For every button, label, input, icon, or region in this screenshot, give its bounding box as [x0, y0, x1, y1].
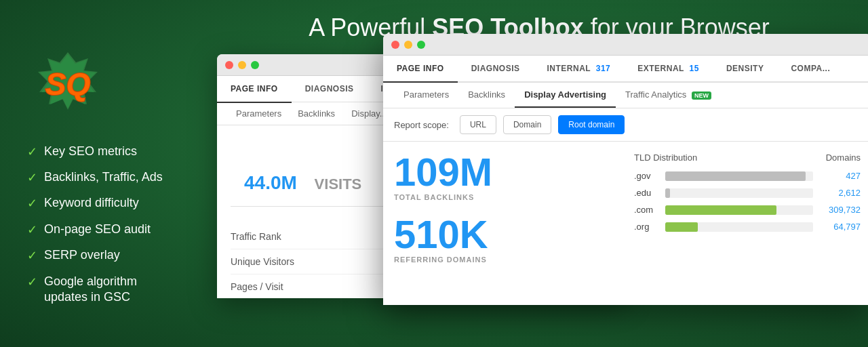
report-scope-label: Report scope:	[394, 120, 449, 130]
tld-name-com: .com	[634, 205, 658, 215]
total-backlinks-label: TOTAL BACKLINKS	[394, 193, 620, 201]
subtab-traffic-analytics[interactable]: Traffic Analytics NEW	[616, 83, 721, 108]
front-tab-page-info[interactable]: PAGE INFO	[383, 56, 458, 83]
left-stats: 109M TOTAL BACKLINKS 510K REFERRING DOMA…	[394, 152, 620, 305]
new-badge: NEW	[692, 91, 711, 100]
tld-row-org: .org 64,797	[634, 222, 861, 232]
check-icon: ✓	[27, 144, 37, 160]
front-tl-red	[391, 41, 399, 49]
front-tab-bar: PAGE INFO DIAGNOSIS INTERNAL 317 EXTERNA…	[383, 56, 868, 83]
tld-bar-container-gov	[665, 171, 813, 181]
tld-name-edu: .edu	[634, 188, 658, 198]
features-list: ✓ Key SEO metrics ✓ Backlinks, Traffic, …	[27, 144, 163, 306]
feature-item: ✓ On-page SEO audit	[27, 222, 163, 238]
windows-area: A Powerful SEO Toolbox for your Browser …	[210, 0, 868, 347]
left-panel: SQ ✓ Key SEO metrics ✓ Backlinks, Traffi…	[27, 42, 237, 306]
front-tab-compa[interactable]: COMPA...	[777, 56, 844, 83]
background: SQ ✓ Key SEO metrics ✓ Backlinks, Traffi…	[0, 0, 868, 347]
front-tab-internal[interactable]: INTERNAL 317	[533, 56, 624, 83]
traffic-light-green	[251, 61, 259, 69]
front-tl-yellow	[404, 41, 412, 49]
logo-container: SQ	[27, 49, 108, 123]
subtab-backlinks[interactable]: Backlinks	[458, 83, 515, 108]
feature-text: Key SEO metrics	[44, 144, 137, 159]
feature-item: ✓ Google algorithmupdates in GSC	[27, 274, 163, 306]
tld-bar-edu	[665, 188, 670, 198]
back-tab-diagnosis[interactable]: DIAGNOSIS	[292, 76, 368, 103]
sq-logo: SQ	[27, 49, 108, 123]
feature-item: ✓ Backlinks, Traffic, Ads	[27, 169, 163, 186]
referring-domains-number: 510K	[394, 215, 620, 254]
traffic-light-red	[225, 61, 233, 69]
tld-row-gov: .gov 427	[634, 171, 861, 181]
tld-bar-container-org	[665, 222, 813, 232]
back-tab-page-info[interactable]: PAGE INFO	[217, 76, 292, 103]
tld-header-value: Domains	[826, 152, 861, 163]
subtab-traffic-label: Traffic Analytics	[625, 89, 686, 100]
front-tl-green	[417, 41, 425, 49]
feature-item: ✓ Key SEO metrics	[27, 144, 163, 160]
tld-row-edu: .edu 2,612	[634, 188, 861, 198]
tld-count-gov: 427	[820, 171, 861, 181]
tld-distribution: TLD Distribution Domains .gov 427 .edu	[634, 152, 861, 305]
tld-count-com: 309,732	[820, 205, 861, 215]
front-tab-diagnosis[interactable]: DIAGNOSIS	[458, 56, 534, 83]
front-titlebar	[383, 34, 868, 56]
tld-header-label: TLD Distribution	[634, 152, 697, 163]
scope-domain-btn[interactable]: Domain	[503, 115, 551, 134]
front-tab-external[interactable]: EXTERNAL 15	[624, 56, 713, 83]
feature-text: Backlinks, Traffic, Ads	[44, 169, 163, 185]
feature-text: Google algorithmupdates in GSC	[44, 274, 137, 306]
tld-name-org: .org	[634, 222, 658, 232]
back-subtab-backlinks[interactable]: Backlinks	[290, 102, 343, 125]
front-tab-density[interactable]: DENSITY	[713, 56, 778, 83]
front-sub-tab-bar: Parameters Backlinks Display Advertising…	[383, 83, 868, 108]
tld-bar-gov	[665, 171, 806, 181]
check-icon: ✓	[27, 274, 37, 290]
check-icon: ✓	[27, 248, 37, 264]
tld-count-edu: 2,612	[820, 188, 861, 198]
back-visits-value: 44.0M	[244, 172, 297, 193]
subtab-display-advertising[interactable]: Display Advertising	[515, 83, 616, 108]
logo-svg: SQ	[27, 49, 108, 123]
feature-item: ✓ Keyword difficulty	[27, 195, 163, 211]
tld-row-com: .com 309,732	[634, 205, 861, 215]
back-visits-suffix: VISITS	[315, 176, 362, 192]
check-icon: ✓	[27, 222, 37, 238]
check-icon: ✓	[27, 170, 37, 186]
subtab-parameters[interactable]: Parameters	[394, 83, 458, 108]
referring-domains-label: REFERRING DOMAINS	[394, 256, 620, 264]
tld-bar-container-edu	[665, 188, 813, 198]
external-badge: 15	[690, 64, 699, 73]
feature-text: SERP overlay	[44, 247, 120, 263]
svg-text:SQ: SQ	[45, 66, 91, 102]
feature-item: ✓ SERP overlay	[27, 247, 163, 264]
front-content-area: 109M TOTAL BACKLINKS 510K REFERRING DOMA…	[383, 142, 868, 305]
tld-header: TLD Distribution Domains	[634, 152, 861, 163]
tld-count-org: 64,797	[820, 222, 861, 232]
tld-bar-com	[665, 205, 776, 215]
back-subtab-params[interactable]: Parameters	[228, 102, 290, 125]
traffic-light-yellow	[238, 61, 246, 69]
feature-text: On-page SEO audit	[44, 222, 151, 237]
scope-root-domain-btn[interactable]: Root domain	[558, 115, 625, 134]
tld-bar-container-com	[665, 205, 813, 215]
internal-badge: 317	[596, 64, 611, 73]
total-backlinks-number: 109M	[394, 152, 620, 192]
scope-url-btn[interactable]: URL	[460, 115, 496, 134]
feature-text: Keyword difficulty	[44, 195, 139, 211]
browser-window-front: PAGE INFO DIAGNOSIS INTERNAL 317 EXTERNA…	[383, 34, 868, 305]
check-icon: ✓	[27, 196, 37, 211]
tld-name-gov: .gov	[634, 171, 658, 181]
tld-bar-org	[665, 222, 698, 232]
report-scope-bar: Report scope: URL Domain Root domain	[383, 108, 868, 142]
